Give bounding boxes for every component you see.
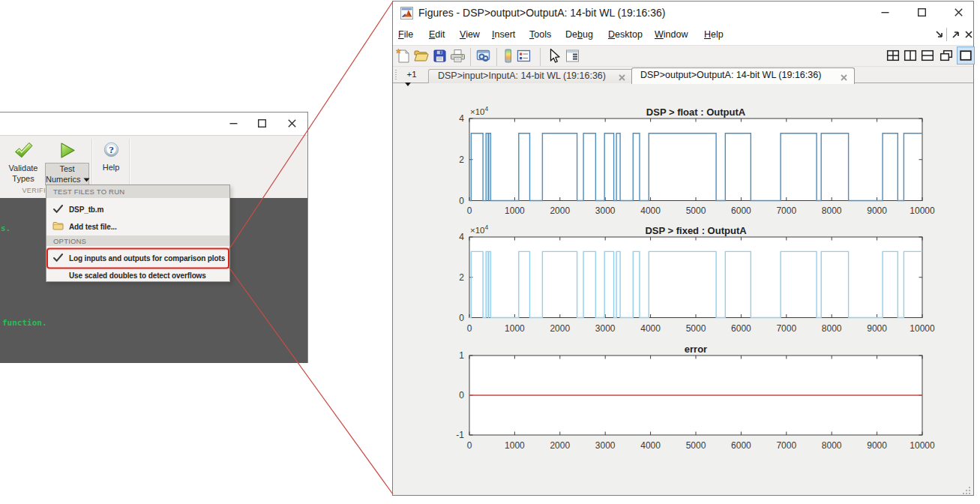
x-tick-label: 8000 bbox=[822, 440, 842, 451]
tile-cascade-button[interactable] bbox=[940, 49, 953, 62]
x-tick-label: 5000 bbox=[686, 323, 706, 334]
tile-vsplit-button[interactable] bbox=[904, 49, 917, 62]
menu-item-use-scaled-doubles[interactable]: Use scaled doubles to detect overflows bbox=[46, 268, 229, 281]
menu-item-label: Log inputs and outputs for comparison pl… bbox=[69, 254, 225, 262]
tab-overflow-counter[interactable]: +1 bbox=[400, 67, 423, 82]
minimize-button[interactable] bbox=[874, 4, 896, 22]
close-button[interactable] bbox=[280, 115, 303, 133]
validate-types-label-1: Validate bbox=[3, 163, 43, 174]
tab-dsp-output[interactable]: DSP>output>OutputA: 14-bit WL (19:16:36) bbox=[631, 68, 855, 84]
tab-overflow-caret-icon[interactable] bbox=[405, 82, 411, 86]
y-tick-label: 1 bbox=[459, 350, 464, 361]
open-folder-button[interactable] bbox=[413, 48, 429, 64]
close-icon bbox=[288, 117, 296, 130]
y-axis-exponent-label: ×104 bbox=[470, 105, 489, 116]
x-tick-label: 6000 bbox=[731, 440, 751, 451]
menu-item-dsp-tb[interactable]: DSP_tb.m bbox=[46, 198, 229, 218]
tile-single-button[interactable] bbox=[959, 49, 973, 62]
x-tick-label: 0 bbox=[467, 440, 472, 451]
tab-close-icon[interactable] bbox=[618, 73, 626, 81]
x-tick-label: 3000 bbox=[595, 206, 616, 216]
figures-window: Figures - DSP>output>OutputA: 14-bit WL … bbox=[392, 1, 974, 496]
menu-desktop[interactable]: Desktop bbox=[608, 25, 643, 45]
menu-tools[interactable]: Tools bbox=[529, 25, 551, 45]
menu-item-label: DSP_tb.m bbox=[69, 206, 103, 214]
tab-label: DSP>input>InputA: 14-bit WL (19:16:36) bbox=[438, 70, 606, 81]
tab-close-icon[interactable] bbox=[840, 72, 848, 80]
new-figure-icon bbox=[395, 53, 411, 66]
link-plot-icon bbox=[475, 53, 491, 66]
x-tick-label: 0 bbox=[467, 206, 472, 216]
x-tick-label: 3000 bbox=[595, 440, 616, 451]
subplot-title: DSP > fixed : OutputA bbox=[645, 225, 747, 236]
x-tick-label: 5000 bbox=[686, 440, 706, 451]
test-numerics-label-1: Test bbox=[46, 164, 88, 175]
code-fragment: function. bbox=[2, 318, 47, 328]
minimize-icon bbox=[229, 117, 238, 130]
help-icon: ? bbox=[94, 142, 127, 160]
tile-single-icon bbox=[959, 52, 973, 64]
axes-box bbox=[469, 237, 922, 318]
maximize-button[interactable] bbox=[250, 115, 273, 133]
x-tick-label: 2000 bbox=[550, 206, 570, 216]
double-check-icon bbox=[3, 142, 43, 161]
validate-types-button[interactable]: Validate Types bbox=[3, 142, 43, 184]
edit-plot-arrow-button[interactable] bbox=[546, 48, 562, 64]
tabbar-grip[interactable] bbox=[395, 70, 397, 80]
menu-window[interactable]: Window bbox=[655, 25, 688, 45]
legend-icon bbox=[516, 53, 532, 66]
save-icon bbox=[432, 53, 448, 66]
y-axis-exponent-label: ×104 bbox=[470, 224, 489, 235]
close-button[interactable] bbox=[947, 4, 970, 22]
menubar-close-icon[interactable] bbox=[964, 29, 974, 40]
resize-grip[interactable] bbox=[963, 487, 970, 494]
menu-item-label: Add test file... bbox=[69, 223, 117, 231]
x-tick-label: 8000 bbox=[822, 323, 842, 334]
maximize-button[interactable] bbox=[910, 4, 933, 22]
dock-icon[interactable] bbox=[934, 29, 945, 40]
menu-file[interactable]: File bbox=[398, 25, 413, 45]
validate-types-label-2: Types bbox=[3, 173, 43, 184]
print-button[interactable] bbox=[450, 48, 466, 64]
menu-edit[interactable]: Edit bbox=[429, 25, 445, 45]
y-tick-label: 0 bbox=[459, 196, 464, 206]
new-figure-button[interactable] bbox=[395, 48, 411, 64]
y-tick-label: 2 bbox=[459, 154, 464, 165]
toolbar-separator bbox=[540, 48, 541, 66]
test-numerics-button[interactable]: Test Numerics bbox=[46, 142, 88, 185]
x-tick-label: 0 bbox=[467, 323, 472, 334]
page: { "left_window": { "toolstrip": { "butto… bbox=[0, 0, 980, 504]
help-button[interactable]: ? Help bbox=[94, 142, 127, 172]
tab-dsp-input[interactable]: DSP>input>InputA: 14-bit WL (19:16:36) bbox=[428, 69, 634, 83]
check-icon bbox=[53, 254, 63, 263]
subplot-area: DSP > float : OutputA×104010002000300040… bbox=[393, 83, 973, 495]
folder-icon bbox=[52, 220, 64, 232]
plot-browser-button[interactable] bbox=[565, 48, 580, 64]
minimize-button[interactable] bbox=[222, 115, 244, 133]
colorbar-button[interactable] bbox=[500, 48, 516, 64]
maximize-icon bbox=[918, 6, 926, 20]
y-tick-label: -1 bbox=[456, 430, 464, 440]
save-button[interactable] bbox=[432, 48, 448, 64]
menu-item-log-inputs-outputs[interactable]: Log inputs and outputs for comparison pl… bbox=[46, 246, 229, 268]
menu-item-add-test-file[interactable]: Add test file... bbox=[46, 218, 229, 236]
y-tick-label: 4 bbox=[459, 232, 464, 242]
tile-vsplit-icon bbox=[904, 52, 917, 64]
legend-button[interactable] bbox=[516, 48, 532, 64]
menu-help[interactable]: Help bbox=[704, 25, 724, 45]
link-plot-button[interactable] bbox=[475, 48, 491, 64]
tile-hsplit-button[interactable] bbox=[921, 49, 934, 62]
menu-header-options: OPTIONS bbox=[46, 236, 229, 246]
tile-cascade-icon bbox=[940, 52, 953, 64]
menu-debug[interactable]: Debug bbox=[565, 25, 593, 45]
x-tick-label: 9000 bbox=[867, 323, 887, 334]
tile-grid-button[interactable] bbox=[886, 49, 900, 62]
test-numerics-dropdown-menu: TEST FILES TO RUN DSP_tb.m Add test file… bbox=[46, 184, 230, 282]
left-window-titlebar bbox=[0, 112, 307, 135]
menu-insert[interactable]: Insert bbox=[492, 25, 515, 45]
tile-hsplit-icon bbox=[921, 52, 934, 64]
undock-icon[interactable] bbox=[951, 29, 961, 40]
menu-view[interactable]: View bbox=[460, 25, 480, 45]
x-tick-label: 7000 bbox=[776, 440, 796, 451]
minimize-icon bbox=[881, 6, 889, 20]
